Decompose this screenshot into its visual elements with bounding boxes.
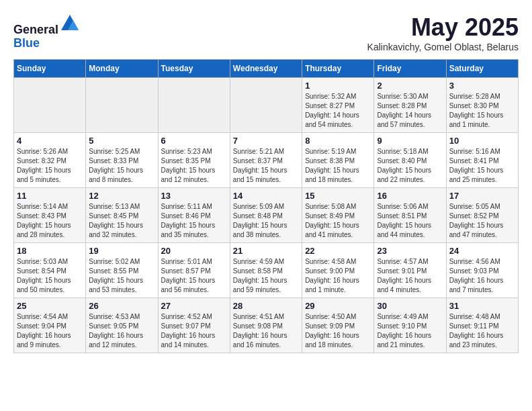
day-cell: 10Sunrise: 5:16 AMSunset: 8:41 PMDayligh… (446, 133, 518, 188)
day-info: Sunrise: 5:01 AMSunset: 8:57 PMDaylight:… (161, 257, 227, 295)
day-info: Sunrise: 5:09 AMSunset: 8:48 PMDaylight:… (233, 202, 299, 240)
page-header: General Blue May 2025 Kalinkavichy, Gome… (13, 13, 519, 52)
location: Kalinkavichy, Gomel Oblast, Belarus (367, 42, 519, 52)
day-number: 22 (305, 246, 371, 256)
day-info: Sunrise: 5:16 AMSunset: 8:41 PMDaylight:… (449, 147, 515, 185)
logo-general: General (13, 23, 58, 36)
day-cell: 2Sunrise: 5:30 AMSunset: 8:28 PMDaylight… (374, 78, 446, 133)
day-number: 21 (233, 246, 299, 256)
weekday-monday: Monday (86, 60, 158, 78)
day-info: Sunrise: 4:59 AMSunset: 8:58 PMDaylight:… (233, 257, 299, 295)
day-info: Sunrise: 4:58 AMSunset: 9:00 PMDaylight:… (305, 257, 371, 295)
day-cell: 3Sunrise: 5:28 AMSunset: 8:30 PMDaylight… (446, 78, 518, 133)
day-cell: 9Sunrise: 5:18 AMSunset: 8:40 PMDaylight… (374, 133, 446, 188)
day-cell: 11Sunrise: 5:14 AMSunset: 8:43 PMDayligh… (14, 188, 86, 243)
week-row-4: 18Sunrise: 5:03 AMSunset: 8:54 PMDayligh… (14, 243, 519, 298)
day-info: Sunrise: 4:50 AMSunset: 9:09 PMDaylight:… (305, 312, 371, 350)
day-info: Sunrise: 5:02 AMSunset: 8:55 PMDaylight:… (89, 257, 154, 295)
day-number: 4 (17, 136, 83, 146)
day-info: Sunrise: 4:54 AMSunset: 9:04 PMDaylight:… (17, 312, 83, 350)
day-info: Sunrise: 5:23 AMSunset: 8:35 PMDaylight:… (161, 147, 227, 185)
day-info: Sunrise: 4:52 AMSunset: 9:07 PMDaylight:… (161, 312, 227, 350)
day-number: 25 (17, 301, 83, 311)
day-cell: 4Sunrise: 5:26 AMSunset: 8:32 PMDaylight… (14, 133, 86, 188)
day-cell: 20Sunrise: 5:01 AMSunset: 8:57 PMDayligh… (158, 243, 230, 298)
day-cell: 18Sunrise: 5:03 AMSunset: 8:54 PMDayligh… (14, 243, 86, 298)
day-info: Sunrise: 5:06 AMSunset: 8:51 PMDaylight:… (377, 202, 443, 240)
day-number: 6 (161, 136, 227, 146)
day-number: 15 (305, 191, 371, 201)
day-info: Sunrise: 4:57 AMSunset: 9:01 PMDaylight:… (377, 257, 443, 295)
day-number: 7 (233, 136, 299, 146)
day-info: Sunrise: 5:19 AMSunset: 8:38 PMDaylight:… (305, 147, 371, 185)
day-cell: 28Sunrise: 4:51 AMSunset: 9:08 PMDayligh… (230, 298, 302, 353)
day-info: Sunrise: 4:56 AMSunset: 9:03 PMDaylight:… (449, 257, 515, 295)
day-number: 1 (305, 81, 371, 91)
day-info: Sunrise: 5:30 AMSunset: 8:28 PMDaylight:… (377, 92, 443, 130)
logo-blue: Blue (13, 36, 40, 50)
day-info: Sunrise: 5:08 AMSunset: 8:49 PMDaylight:… (305, 202, 371, 240)
day-cell (86, 78, 158, 133)
day-cell: 7Sunrise: 5:21 AMSunset: 8:37 PMDaylight… (230, 133, 302, 188)
day-info: Sunrise: 5:14 AMSunset: 8:43 PMDaylight:… (17, 202, 83, 240)
day-info: Sunrise: 5:18 AMSunset: 8:40 PMDaylight:… (377, 147, 443, 185)
day-info: Sunrise: 5:11 AMSunset: 8:46 PMDaylight:… (161, 202, 227, 240)
day-cell: 15Sunrise: 5:08 AMSunset: 8:49 PMDayligh… (302, 188, 374, 243)
day-cell: 12Sunrise: 5:13 AMSunset: 8:45 PMDayligh… (86, 188, 158, 243)
day-info: Sunrise: 5:13 AMSunset: 8:45 PMDaylight:… (89, 202, 154, 240)
day-number: 3 (449, 81, 515, 91)
day-number: 5 (89, 136, 154, 146)
day-cell: 26Sunrise: 4:53 AMSunset: 9:05 PMDayligh… (86, 298, 158, 353)
day-cell (14, 78, 86, 133)
day-cell: 23Sunrise: 4:57 AMSunset: 9:01 PMDayligh… (374, 243, 446, 298)
day-info: Sunrise: 5:25 AMSunset: 8:33 PMDaylight:… (89, 147, 154, 185)
day-info: Sunrise: 5:03 AMSunset: 8:54 PMDaylight:… (17, 257, 83, 295)
day-number: 27 (161, 301, 227, 311)
week-row-1: 1Sunrise: 5:32 AMSunset: 8:27 PMDaylight… (14, 78, 519, 133)
day-cell: 27Sunrise: 4:52 AMSunset: 9:07 PMDayligh… (158, 298, 230, 353)
weekday-tuesday: Tuesday (158, 60, 230, 78)
day-cell: 31Sunrise: 4:48 AMSunset: 9:11 PMDayligh… (446, 298, 518, 353)
day-number: 20 (161, 246, 227, 256)
month-year: May 2025 (367, 13, 519, 42)
day-number: 2 (377, 81, 443, 91)
day-cell: 21Sunrise: 4:59 AMSunset: 8:58 PMDayligh… (230, 243, 302, 298)
weekday-friday: Friday (374, 60, 446, 78)
day-number: 19 (89, 246, 154, 256)
day-number: 16 (377, 191, 443, 201)
weekday-sunday: Sunday (14, 60, 86, 78)
day-cell: 1Sunrise: 5:32 AMSunset: 8:27 PMDaylight… (302, 78, 374, 133)
week-row-2: 4Sunrise: 5:26 AMSunset: 8:32 PMDaylight… (14, 133, 519, 188)
weekday-thursday: Thursday (302, 60, 374, 78)
week-row-5: 25Sunrise: 4:54 AMSunset: 9:04 PMDayligh… (14, 298, 519, 353)
day-number: 24 (449, 246, 515, 256)
week-row-3: 11Sunrise: 5:14 AMSunset: 8:43 PMDayligh… (14, 188, 519, 243)
day-cell: 5Sunrise: 5:25 AMSunset: 8:33 PMDaylight… (86, 133, 158, 188)
day-info: Sunrise: 5:32 AMSunset: 8:27 PMDaylight:… (305, 92, 371, 130)
weekday-header-row: SundayMondayTuesdayWednesdayThursdayFrid… (14, 60, 519, 78)
logo: General Blue (13, 13, 80, 50)
day-number: 31 (449, 301, 515, 311)
day-cell (158, 78, 230, 133)
day-cell: 17Sunrise: 5:05 AMSunset: 8:52 PMDayligh… (446, 188, 518, 243)
day-number: 12 (89, 191, 154, 201)
day-number: 13 (161, 191, 227, 201)
day-cell: 6Sunrise: 5:23 AMSunset: 8:35 PMDaylight… (158, 133, 230, 188)
day-cell: 8Sunrise: 5:19 AMSunset: 8:38 PMDaylight… (302, 133, 374, 188)
day-cell (230, 78, 302, 133)
calendar-table: SundayMondayTuesdayWednesdayThursdayFrid… (13, 59, 519, 353)
day-number: 26 (89, 301, 154, 311)
day-info: Sunrise: 5:26 AMSunset: 8:32 PMDaylight:… (17, 147, 83, 185)
day-info: Sunrise: 4:49 AMSunset: 9:10 PMDaylight:… (377, 312, 443, 350)
day-cell: 16Sunrise: 5:06 AMSunset: 8:51 PMDayligh… (374, 188, 446, 243)
weekday-saturday: Saturday (446, 60, 518, 78)
day-cell: 30Sunrise: 4:49 AMSunset: 9:10 PMDayligh… (374, 298, 446, 353)
logo-icon (60, 13, 80, 34)
day-cell: 13Sunrise: 5:11 AMSunset: 8:46 PMDayligh… (158, 188, 230, 243)
day-number: 30 (377, 301, 443, 311)
day-cell: 29Sunrise: 4:50 AMSunset: 9:09 PMDayligh… (302, 298, 374, 353)
day-info: Sunrise: 4:53 AMSunset: 9:05 PMDaylight:… (89, 312, 154, 350)
day-number: 28 (233, 301, 299, 311)
day-cell: 22Sunrise: 4:58 AMSunset: 9:00 PMDayligh… (302, 243, 374, 298)
day-number: 23 (377, 246, 443, 256)
